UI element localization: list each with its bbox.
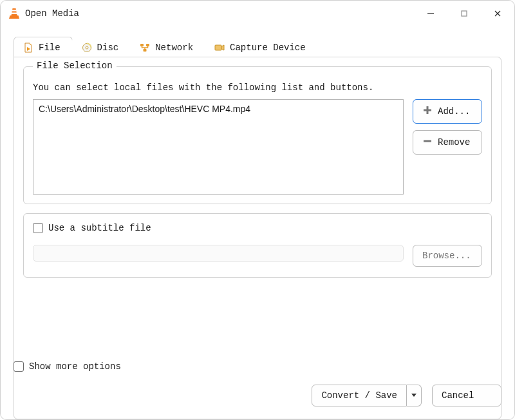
convert-save-dropdown[interactable] [407,385,422,406]
chevron-down-icon [411,390,417,401]
tab-capture[interactable]: Capture Device [205,37,318,57]
tab-file[interactable]: File [14,37,73,57]
add-button-label: Add... [438,106,470,117]
vlc-app-icon [8,8,20,19]
maximize-icon [460,9,469,18]
minimize-button[interactable] [414,1,447,26]
file-icon [23,43,33,53]
subtitle-checkbox-label: Use a subtitle file [48,223,151,233]
svg-rect-1 [12,10,16,11]
window-controls [414,1,514,26]
tab-network-label: Network [155,43,193,53]
subtitle-browse-label: Browse... [422,251,471,261]
cancel-button-label: Cancel [442,390,474,401]
minimize-icon [426,9,435,18]
cancel-button[interactable]: Cancel [432,385,501,406]
file-list[interactable]: C:\Users\Administrator\Desktop\test\HEVC… [33,99,404,195]
tab-capture-label: Capture Device [230,43,306,53]
capture-device-icon [214,43,225,53]
remove-button-label: Remove [438,137,470,148]
plus-icon [422,105,433,118]
window-title: Open Media [25,8,79,19]
svg-rect-2 [12,13,17,14]
close-button[interactable] [481,1,514,26]
tab-file-label: File [39,43,61,53]
subtitle-path-input [33,245,404,262]
tab-network[interactable]: Network [130,37,205,57]
add-button[interactable]: Add... [413,99,482,124]
svg-marker-3 [9,15,19,19]
convert-save-label: Convert / Save [321,390,397,401]
svg-rect-12 [140,44,144,46]
subtitle-checkbox[interactable] [33,223,43,233]
disc-icon [82,43,92,53]
convert-save-button[interactable]: Convert / Save [312,385,407,406]
close-icon [493,9,502,18]
tab-disc[interactable]: Disc [72,37,131,57]
svg-rect-13 [146,44,149,46]
file-list-item[interactable]: C:\Users\Administrator\Desktop\test\HEVC… [39,104,398,114]
file-selection-legend: File Selection [33,61,117,71]
svg-rect-14 [144,49,147,52]
svg-marker-20 [411,394,417,397]
show-more-options-checkbox[interactable] [14,361,24,372]
minus-icon [422,136,433,149]
dialog-footer: Convert / Save Cancel [312,385,501,406]
tab-bar: File Disc Network Capture Device [14,37,501,57]
convert-save-split-button: Convert / Save [312,385,422,406]
file-selection-group: File Selection You can select local file… [23,66,492,204]
tab-disc-label: Disc [97,43,119,53]
show-more-options-label: Show more options [29,361,121,372]
open-media-window: Open Media File Disc [0,0,515,420]
subtitle-browse-button: Browse... [413,245,482,267]
subtitle-group: Use a subtitle file Browse... [23,213,492,278]
show-more-options-row: Show more options [14,361,121,372]
file-selection-instructions: You can select local files with the foll… [33,82,482,93]
svg-marker-0 [12,8,17,15]
maximize-button[interactable] [447,1,481,26]
svg-marker-16 [221,45,224,50]
remove-button[interactable]: Remove [413,130,482,155]
network-icon [140,43,150,53]
svg-point-11 [86,46,88,49]
svg-rect-5 [462,11,467,16]
titlebar: Open Media [1,1,514,26]
svg-rect-15 [215,45,221,50]
